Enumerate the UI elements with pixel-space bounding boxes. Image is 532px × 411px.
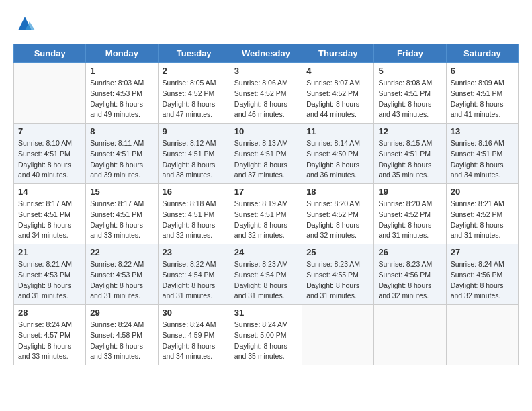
calendar-cell: 31Sunrise: 8:24 AMSunset: 5:00 PMDayligh… <box>230 305 302 365</box>
calendar-week-4: 21Sunrise: 8:21 AMSunset: 4:53 PMDayligh… <box>14 244 519 305</box>
calendar-cell: 5Sunrise: 8:08 AMSunset: 4:51 PMDaylight… <box>374 63 446 124</box>
day-number: 28 <box>18 308 81 318</box>
calendar-cell: 8Sunrise: 8:11 AMSunset: 4:51 PMDaylight… <box>86 124 158 184</box>
calendar-cell: 21Sunrise: 8:21 AMSunset: 4:53 PMDayligh… <box>14 244 86 305</box>
day-info: Sunrise: 8:24 AMSunset: 4:56 PMDaylight:… <box>451 259 514 302</box>
day-number: 17 <box>234 187 298 197</box>
day-number: 30 <box>163 308 226 318</box>
calendar-cell: 22Sunrise: 8:22 AMSunset: 4:53 PMDayligh… <box>86 244 158 305</box>
day-info: Sunrise: 8:23 AMSunset: 4:54 PMDaylight:… <box>234 259 298 302</box>
calendar-cell: 15Sunrise: 8:17 AMSunset: 4:51 PMDayligh… <box>86 184 158 244</box>
calendar-cell <box>302 305 374 365</box>
weekday-header-saturday: Saturday <box>446 44 518 63</box>
day-info: Sunrise: 8:23 AMSunset: 4:56 PMDaylight:… <box>378 259 441 302</box>
day-info: Sunrise: 8:20 AMSunset: 4:52 PMDaylight:… <box>378 199 441 241</box>
day-info: Sunrise: 8:24 AMSunset: 4:59 PMDaylight:… <box>163 320 226 362</box>
calendar-cell: 12Sunrise: 8:15 AMSunset: 4:51 PMDayligh… <box>374 124 446 184</box>
day-number: 2 <box>163 66 226 76</box>
day-info: Sunrise: 8:03 AMSunset: 4:53 PMDaylight:… <box>90 78 153 120</box>
calendar-cell: 17Sunrise: 8:19 AMSunset: 4:51 PMDayligh… <box>230 184 302 244</box>
day-number: 14 <box>18 187 81 197</box>
weekday-header-sunday: Sunday <box>14 44 86 63</box>
weekday-header-row: SundayMondayTuesdayWednesdayThursdayFrid… <box>14 44 519 63</box>
day-info: Sunrise: 8:24 AMSunset: 4:57 PMDaylight:… <box>18 320 81 362</box>
day-number: 24 <box>234 247 298 257</box>
calendar-cell: 2Sunrise: 8:05 AMSunset: 4:52 PMDaylight… <box>158 63 230 124</box>
day-number: 26 <box>378 247 441 257</box>
calendar-cell: 4Sunrise: 8:07 AMSunset: 4:52 PMDaylight… <box>302 63 374 124</box>
day-number: 9 <box>163 126 226 136</box>
day-info: Sunrise: 8:06 AMSunset: 4:52 PMDaylight:… <box>234 78 298 120</box>
calendar-week-3: 14Sunrise: 8:17 AMSunset: 4:51 PMDayligh… <box>14 184 519 244</box>
day-number: 4 <box>306 66 369 76</box>
day-info: Sunrise: 8:17 AMSunset: 4:51 PMDaylight:… <box>90 199 153 241</box>
calendar-cell: 16Sunrise: 8:18 AMSunset: 4:51 PMDayligh… <box>158 184 230 244</box>
calendar-cell: 28Sunrise: 8:24 AMSunset: 4:57 PMDayligh… <box>14 305 86 365</box>
calendar-cell: 20Sunrise: 8:21 AMSunset: 4:52 PMDayligh… <box>446 184 518 244</box>
day-info: Sunrise: 8:11 AMSunset: 4:51 PMDaylight:… <box>90 138 153 181</box>
calendar-cell: 18Sunrise: 8:20 AMSunset: 4:52 PMDayligh… <box>302 184 374 244</box>
day-info: Sunrise: 8:21 AMSunset: 4:53 PMDaylight:… <box>18 259 81 302</box>
weekday-header-monday: Monday <box>86 44 158 63</box>
day-number: 7 <box>18 126 81 136</box>
day-number: 10 <box>234 126 298 136</box>
day-number: 27 <box>451 247 514 257</box>
calendar-cell: 13Sunrise: 8:16 AMSunset: 4:51 PMDayligh… <box>446 124 518 184</box>
day-number: 29 <box>90 308 153 318</box>
day-number: 20 <box>451 187 514 197</box>
day-info: Sunrise: 8:08 AMSunset: 4:51 PMDaylight:… <box>378 78 441 120</box>
day-number: 18 <box>306 187 369 197</box>
day-number: 13 <box>451 126 514 136</box>
calendar-table: SundayMondayTuesdayWednesdayThursdayFrid… <box>13 44 519 365</box>
day-info: Sunrise: 8:21 AMSunset: 4:52 PMDaylight:… <box>451 199 514 241</box>
calendar-cell: 7Sunrise: 8:10 AMSunset: 4:51 PMDaylight… <box>14 124 86 184</box>
calendar-cell: 6Sunrise: 8:09 AMSunset: 4:51 PMDaylight… <box>446 63 518 124</box>
calendar-cell <box>446 305 518 365</box>
day-info: Sunrise: 8:20 AMSunset: 4:52 PMDaylight:… <box>306 199 369 241</box>
calendar-cell: 9Sunrise: 8:12 AMSunset: 4:51 PMDaylight… <box>158 124 230 184</box>
calendar-cell: 25Sunrise: 8:23 AMSunset: 4:55 PMDayligh… <box>302 244 374 305</box>
day-info: Sunrise: 8:15 AMSunset: 4:51 PMDaylight:… <box>378 138 441 181</box>
calendar-week-5: 28Sunrise: 8:24 AMSunset: 4:57 PMDayligh… <box>14 305 519 365</box>
day-info: Sunrise: 8:13 AMSunset: 4:51 PMDaylight:… <box>234 138 298 181</box>
day-info: Sunrise: 8:10 AMSunset: 4:51 PMDaylight:… <box>18 138 81 181</box>
calendar-cell: 30Sunrise: 8:24 AMSunset: 4:59 PMDayligh… <box>158 305 230 365</box>
day-number: 8 <box>90 126 153 136</box>
day-info: Sunrise: 8:23 AMSunset: 4:55 PMDaylight:… <box>306 259 369 302</box>
day-number: 3 <box>234 66 298 76</box>
logo-text <box>13 13 35 37</box>
calendar-cell: 3Sunrise: 8:06 AMSunset: 4:52 PMDaylight… <box>230 63 302 124</box>
weekday-header-thursday: Thursday <box>302 44 374 63</box>
day-number: 11 <box>306 126 369 136</box>
weekday-header-wednesday: Wednesday <box>230 44 302 63</box>
calendar-cell <box>14 63 86 124</box>
calendar-cell: 14Sunrise: 8:17 AMSunset: 4:51 PMDayligh… <box>14 184 86 244</box>
calendar-cell <box>374 305 446 365</box>
calendar-week-1: 1Sunrise: 8:03 AMSunset: 4:53 PMDaylight… <box>14 63 519 124</box>
weekday-header-tuesday: Tuesday <box>158 44 230 63</box>
day-number: 22 <box>90 247 153 257</box>
calendar-cell: 11Sunrise: 8:14 AMSunset: 4:50 PMDayligh… <box>302 124 374 184</box>
day-info: Sunrise: 8:05 AMSunset: 4:52 PMDaylight:… <box>163 78 226 120</box>
day-info: Sunrise: 8:18 AMSunset: 4:51 PMDaylight:… <box>163 199 226 241</box>
day-number: 15 <box>90 187 153 197</box>
day-info: Sunrise: 8:16 AMSunset: 4:51 PMDaylight:… <box>451 138 514 181</box>
day-number: 31 <box>234 308 298 318</box>
calendar-cell: 1Sunrise: 8:03 AMSunset: 4:53 PMDaylight… <box>86 63 158 124</box>
day-info: Sunrise: 8:22 AMSunset: 4:53 PMDaylight:… <box>90 259 153 302</box>
page-header <box>13 13 519 37</box>
day-number: 21 <box>18 247 81 257</box>
day-number: 12 <box>378 126 441 136</box>
day-info: Sunrise: 8:24 AMSunset: 4:58 PMDaylight:… <box>90 320 153 362</box>
day-number: 19 <box>378 187 441 197</box>
day-info: Sunrise: 8:14 AMSunset: 4:50 PMDaylight:… <box>306 138 369 181</box>
calendar-cell: 26Sunrise: 8:23 AMSunset: 4:56 PMDayligh… <box>374 244 446 305</box>
calendar-cell: 29Sunrise: 8:24 AMSunset: 4:58 PMDayligh… <box>86 305 158 365</box>
day-number: 5 <box>378 66 441 76</box>
day-number: 1 <box>90 66 153 76</box>
day-number: 6 <box>451 66 514 76</box>
day-info: Sunrise: 8:17 AMSunset: 4:51 PMDaylight:… <box>18 199 81 241</box>
day-info: Sunrise: 8:12 AMSunset: 4:51 PMDaylight:… <box>163 138 226 181</box>
weekday-header-friday: Friday <box>374 44 446 63</box>
calendar-cell: 27Sunrise: 8:24 AMSunset: 4:56 PMDayligh… <box>446 244 518 305</box>
